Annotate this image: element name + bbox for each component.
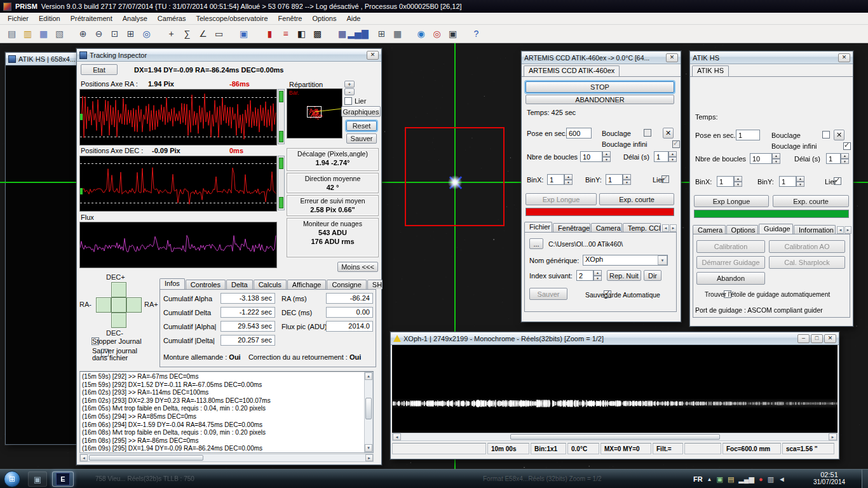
menu-item[interactable]: Prétraitement: [65, 13, 118, 24]
sauver-button[interactable]: Sauver: [529, 288, 567, 300]
tab-camera[interactable]: Camera: [693, 225, 726, 234]
toolbar-icon[interactable]: ▮: [262, 26, 278, 42]
menu-item[interactable]: Caméras: [153, 13, 191, 24]
bouclage-infini-checkbox[interactable]: [843, 142, 851, 150]
tab-infos[interactable]: Infos: [159, 278, 185, 289]
toolbar-icon[interactable]: ▥: [20, 26, 36, 42]
spin-up-icon[interactable]: ▲: [734, 176, 742, 182]
spin-down-icon[interactable]: ▼: [623, 180, 631, 186]
scrollbar-thumb[interactable]: [89, 455, 203, 461]
binx-stepper[interactable]: ▲▼: [547, 174, 573, 185]
show-desktop-button[interactable]: [862, 470, 868, 488]
loops-stepper[interactable]: ▲▼: [750, 153, 780, 164]
pad-up-button[interactable]: [111, 282, 126, 297]
toolbar-icon[interactable]: ◎: [139, 26, 154, 42]
spin-up-icon[interactable]: ▲: [602, 151, 611, 157]
sauver-button[interactable]: Sauver: [346, 133, 377, 144]
menu-item[interactable]: Analyse: [118, 13, 153, 24]
tab-calculs[interactable]: Calculs: [254, 280, 287, 289]
toolbar-icon[interactable]: ◧: [294, 26, 309, 42]
toolbar-icon[interactable]: ≡: [278, 26, 294, 42]
close-icon[interactable]: ✕: [838, 53, 850, 62]
toolbar-icon[interactable]: ▦: [36, 26, 51, 42]
delai-input[interactable]: [826, 153, 841, 164]
delai-stepper[interactable]: ▲▼: [826, 153, 849, 164]
binx-stepper[interactable]: ▲▼: [717, 176, 742, 187]
toolbar-icon[interactable]: ▧: [51, 26, 67, 42]
tab-scroll-left-icon[interactable]: ◄: [662, 224, 669, 232]
minimize-icon[interactable]: –: [797, 334, 810, 343]
maximize-icon[interactable]: □: [811, 334, 823, 343]
dec-graph-slider[interactable]: [278, 156, 285, 210]
tab-affichage[interactable]: Affichage: [287, 280, 327, 289]
tray-icon[interactable]: ▂▄▆: [738, 476, 754, 483]
toolbar-icon[interactable]: ⊕: [75, 26, 91, 42]
close-icon[interactable]: ✕: [367, 51, 379, 60]
taskbar-clock[interactable]: 02:51 31/07/2014: [806, 471, 853, 485]
window-title-bar[interactable]: Tracking Inspector ✕: [77, 49, 381, 62]
toolbar-icon[interactable]: ▣: [236, 26, 252, 42]
window-atik-hs[interactable]: ATIK HS ✕ ATIK HS Temps: Pose en sec. Bo…: [689, 51, 853, 327]
exp-longue-button[interactable]: Exp Longue: [526, 193, 597, 205]
toolbar-icon[interactable]: ?: [468, 26, 484, 42]
loops-input[interactable]: [750, 153, 772, 164]
tab-camera[interactable]: Camera: [591, 223, 622, 233]
spin-up-icon[interactable]: ▲: [841, 153, 849, 159]
toolbar-icon[interactable]: ⊞: [374, 26, 390, 42]
toolbar-icon[interactable]: ▂▅▇: [350, 26, 366, 42]
tray-expand-icon[interactable]: ▲: [707, 477, 712, 482]
tab-controles[interactable]: Controles: [186, 280, 226, 289]
taskbar-app-button[interactable]: ▣: [28, 471, 47, 487]
toolbar-icon[interactable]: ▦: [390, 26, 405, 42]
tab-delta[interactable]: Delta: [226, 280, 253, 289]
chevron-down-icon[interactable]: ▼: [658, 255, 667, 265]
cancel-loop-button[interactable]: ✕: [663, 128, 674, 139]
tab-fichier[interactable]: Fichier: [524, 222, 552, 233]
image-horizontal-scrollbar[interactable]: ◄ ►: [392, 433, 837, 441]
exp-courte-button[interactable]: Exp. courte: [599, 193, 674, 205]
tray-icon[interactable]: ●: [759, 476, 763, 483]
spin-down-icon[interactable]: ▼: [772, 159, 780, 165]
menu-item[interactable]: Telescope/observatoire: [191, 13, 273, 24]
spin-up-icon[interactable]: ▲: [796, 176, 804, 182]
cal-sharplock-button[interactable]: Cal. Sharplock: [769, 256, 845, 269]
repartition-zoom-out-button[interactable]: -: [344, 88, 355, 95]
pad-down-button[interactable]: [111, 313, 126, 328]
language-indicator[interactable]: FR: [693, 475, 703, 483]
tab-scroll-right-icon[interactable]: ►: [844, 226, 851, 234]
spin-down-icon[interactable]: ▼: [841, 159, 849, 165]
tab-guidage[interactable]: Guidage: [759, 224, 793, 234]
spectrum-image-view[interactable]: [392, 345, 837, 433]
tab-information[interactable]: Information: [794, 225, 836, 234]
spin-down-icon[interactable]: ▼: [734, 182, 742, 187]
cancel-loop-button[interactable]: ✕: [834, 130, 844, 140]
slider-thumb[interactable]: [279, 91, 283, 102]
window-title-bar[interactable]: ARTEMIS CCD ATIK-460ex -> 0.0°C [64... ✕: [522, 51, 681, 64]
biny-input[interactable]: [779, 176, 796, 187]
tab-scroll-left-icon[interactable]: ◄: [837, 226, 844, 234]
spin-up-icon[interactable]: ▲: [564, 174, 573, 180]
demarrer-guidage-button[interactable]: Démarrer Guidage: [696, 256, 765, 269]
menu-item[interactable]: Edition: [34, 13, 65, 24]
spin-down-icon[interactable]: ▼: [602, 157, 611, 163]
browse-button[interactable]: ...: [529, 238, 543, 249]
log-horizontal-scrollbar[interactable]: ◄ ►: [79, 454, 374, 462]
rep-nuit-button[interactable]: Rep. Nuit: [607, 270, 641, 281]
toolbar-icon[interactable]: ∑: [179, 26, 195, 42]
toolbar-icon[interactable]: ∠: [195, 26, 211, 42]
loops-input[interactable]: [580, 151, 602, 162]
menu-item[interactable]: Fenêtre: [273, 13, 308, 24]
exp-longue-button[interactable]: Exp Longue: [694, 195, 769, 207]
index-stepper[interactable]: ▲▼: [576, 270, 602, 281]
spin-up-icon[interactable]: ▲: [593, 270, 602, 276]
biny-stepper[interactable]: ▲▼: [779, 176, 804, 187]
pose-input[interactable]: [566, 128, 592, 139]
toolbar-icon[interactable]: ▣: [445, 26, 461, 42]
scrollbar-thumb[interactable]: [365, 398, 372, 419]
bouclage-checkbox[interactable]: [644, 129, 651, 137]
dir-button[interactable]: Dir: [644, 270, 661, 281]
biny-stepper[interactable]: ▲▼: [606, 174, 631, 185]
tab-temp-ccd[interactable]: Temp. CCI: [623, 223, 661, 233]
window-artemis-ccd[interactable]: ARTEMIS CCD ATIK-460ex -> 0.0°C [64... ✕…: [521, 51, 681, 322]
tab-artemis-ccd[interactable]: ARTEMIS CCD ATIK-460ex: [524, 65, 620, 76]
